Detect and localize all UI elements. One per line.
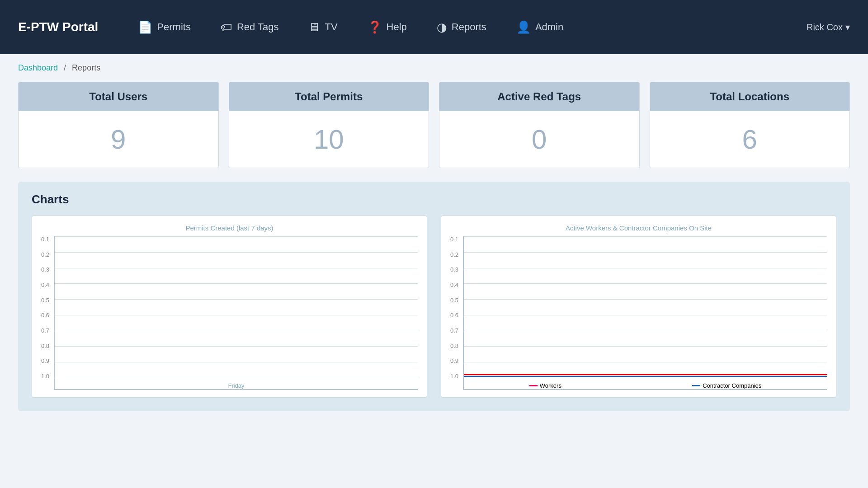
stat-total-permits-value: 10 <box>314 124 344 155</box>
charts-section: Charts Permits Created (last 7 days) 1.0… <box>18 182 850 411</box>
stats-row: Total Users 9 Total Permits 10 Active Re… <box>0 77 868 177</box>
line-chart-container: Active Workers & Contractor Companies On… <box>441 216 836 398</box>
stat-card-total-permits-body: 10 <box>229 111 429 168</box>
stat-card-active-red-tags-body: 0 <box>439 111 639 168</box>
nav-tv-label: TV <box>325 21 337 33</box>
grid-line-6 <box>55 299 418 300</box>
y-label-08: 0.8 <box>41 343 49 349</box>
bar-chart-area: 1.0 0.9 0.8 0.7 0.6 0.5 0.4 0.3 0.2 0.1 <box>41 236 418 390</box>
user-name: Rick Cox <box>807 22 843 33</box>
stat-card-total-permits: Total Permits 10 <box>229 82 429 168</box>
navbar: E-PTW Portal 📄 Permits 🏷 Red Tags 🖥 TV ❓… <box>0 0 868 54</box>
stat-active-red-tags-title: Active Red Tags <box>497 90 581 103</box>
legend-workers-color <box>529 385 538 386</box>
legend-contractors-label: Contractor Companies <box>703 382 761 389</box>
help-icon: ❓ <box>368 20 382 34</box>
grid-line-7 <box>55 283 418 284</box>
grid-line-1 <box>55 378 418 378</box>
stat-card-total-permits-header: Total Permits <box>229 82 429 111</box>
y-label-02: 0.2 <box>41 252 49 258</box>
legend-workers: Workers <box>529 382 561 389</box>
legend-contractors-color <box>692 385 700 386</box>
nav-help[interactable]: ❓ Help <box>355 16 420 39</box>
grid-line-3 <box>55 346 418 347</box>
stat-card-active-red-tags-header: Active Red Tags <box>439 82 639 111</box>
grid-line-10 <box>55 236 418 237</box>
breadcrumb-dashboard[interactable]: Dashboard <box>18 63 58 72</box>
ly-label-06: 0.6 <box>450 312 458 318</box>
nav-red-tags-label: Red Tags <box>237 21 279 33</box>
y-label-04: 0.4 <box>41 282 49 288</box>
user-menu[interactable]: Rick Cox ▾ <box>807 22 850 33</box>
ly-label-03: 0.3 <box>450 267 458 272</box>
admin-icon: 👤 <box>516 20 531 34</box>
line-chart-y-axis: 1.0 0.9 0.8 0.7 0.6 0.5 0.4 0.3 0.2 0.1 <box>450 236 463 390</box>
stat-card-active-red-tags: Active Red Tags 0 <box>439 82 640 168</box>
stat-total-users-value: 9 <box>111 124 126 155</box>
breadcrumb-separator: / <box>64 63 66 72</box>
grid-line-4 <box>55 331 418 331</box>
legend-row: Workers Contractor Companies <box>464 382 827 389</box>
nav-permits[interactable]: 📄 Permits <box>125 16 203 39</box>
nav-reports[interactable]: ◑ Reports <box>424 16 499 39</box>
user-dropdown-icon: ▾ <box>845 22 850 33</box>
line-chart-svg <box>464 236 827 378</box>
nav-reports-label: Reports <box>452 21 486 33</box>
bar-chart-x-labels: Friday <box>55 382 418 389</box>
y-label-01: 0.1 <box>41 236 49 242</box>
stat-card-total-users-header: Total Users <box>19 82 218 111</box>
line-chart-plot: Workers Contractor Companies <box>463 236 827 390</box>
y-label-03: 0.3 <box>41 267 49 272</box>
grid-line-2 <box>55 362 418 362</box>
ly-label-04: 0.4 <box>450 282 458 288</box>
bar-chart-plot: Friday <box>54 236 418 390</box>
grid-line-5 <box>55 315 418 315</box>
ly-label-09: 0.9 <box>450 358 458 364</box>
nav-permits-label: Permits <box>157 21 191 33</box>
bar-chart-gridlines <box>55 236 418 378</box>
nav-help-label: Help <box>387 21 407 33</box>
line-chart-area: 1.0 0.9 0.8 0.7 0.6 0.5 0.4 0.3 0.2 0.1 <box>450 236 827 390</box>
charts-row: Permits Created (last 7 days) 1.0 0.9 0.… <box>32 216 836 398</box>
nav-red-tags[interactable]: 🏷 Red Tags <box>208 16 292 39</box>
breadcrumb: Dashboard / Reports <box>0 54 868 77</box>
stat-card-total-users-body: 9 <box>19 111 218 168</box>
stat-total-permits-title: Total Permits <box>295 90 363 103</box>
ly-label-02: 0.2 <box>450 252 458 258</box>
y-label-07: 0.7 <box>41 328 49 333</box>
grid-line-9 <box>55 252 418 253</box>
stat-total-users-title: Total Users <box>89 90 147 103</box>
line-chart-title: Active Workers & Contractor Companies On… <box>450 224 827 232</box>
y-label-09: 0.9 <box>41 358 49 364</box>
y-label-10: 1.0 <box>41 373 49 379</box>
nav-admin[interactable]: 👤 Admin <box>504 16 576 39</box>
grid-line-8 <box>55 268 418 268</box>
breadcrumb-current: Reports <box>72 63 100 72</box>
tv-icon: 🖥 <box>308 20 320 34</box>
stat-card-total-locations: Total Locations 6 <box>650 82 850 168</box>
ly-label-01: 0.1 <box>450 236 458 242</box>
stat-active-red-tags-value: 0 <box>532 124 547 155</box>
stat-card-total-locations-body: 6 <box>650 111 850 168</box>
ly-label-10: 1.0 <box>450 373 458 379</box>
y-label-06: 0.6 <box>41 312 49 318</box>
nav-admin-label: Admin <box>535 21 563 33</box>
legend-contractors: Contractor Companies <box>692 382 761 389</box>
stat-total-locations-title: Total Locations <box>710 90 789 103</box>
bar-chart-y-axis: 1.0 0.9 0.8 0.7 0.6 0.5 0.4 0.3 0.2 0.1 <box>41 236 54 390</box>
reports-icon: ◑ <box>437 20 447 34</box>
legend-workers-label: Workers <box>540 382 561 389</box>
ly-label-08: 0.8 <box>450 343 458 349</box>
bar-chart-title: Permits Created (last 7 days) <box>41 224 418 232</box>
y-label-05: 0.5 <box>41 297 49 303</box>
x-label-friday: Friday <box>228 382 244 389</box>
permits-icon: 📄 <box>138 20 152 34</box>
ly-label-07: 0.7 <box>450 328 458 333</box>
nav-items: 📄 Permits 🏷 Red Tags 🖥 TV ❓ Help ◑ Repor… <box>125 16 807 39</box>
bar-chart-container: Permits Created (last 7 days) 1.0 0.9 0.… <box>32 216 427 398</box>
ly-label-05: 0.5 <box>450 297 458 303</box>
red-tags-icon: 🏷 <box>221 20 232 34</box>
stat-card-total-locations-header: Total Locations <box>650 82 850 111</box>
app-brand[interactable]: E-PTW Portal <box>18 20 98 34</box>
nav-tv[interactable]: 🖥 TV <box>296 16 350 39</box>
